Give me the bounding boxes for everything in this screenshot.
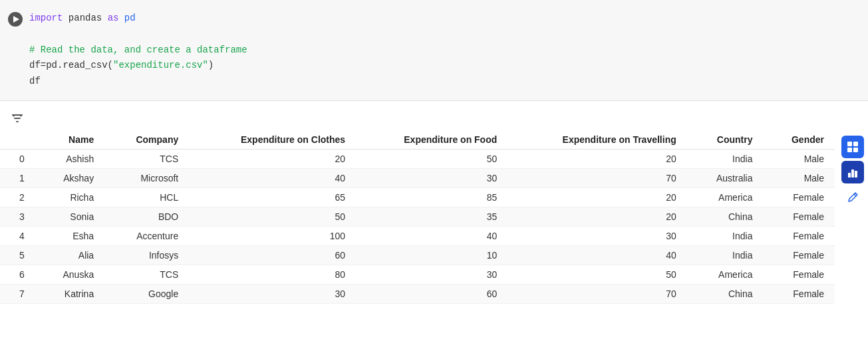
cell-index: 0 bbox=[0, 149, 35, 168]
cell-gender: Female bbox=[763, 187, 835, 207]
cell-clothes: 20 bbox=[189, 149, 356, 168]
sidebar-icons bbox=[837, 130, 868, 214]
cell-food: 30 bbox=[356, 168, 507, 187]
code-line-comment: # Read the data, and create a dataframe bbox=[29, 43, 247, 58]
svg-rect-0 bbox=[847, 142, 852, 146]
cell-gender: Male bbox=[763, 149, 835, 168]
code-paren-close: ) bbox=[208, 60, 214, 70]
cell-company: Accenture bbox=[104, 226, 189, 245]
cell-food: 35 bbox=[356, 207, 507, 226]
table-view-button[interactable] bbox=[841, 136, 864, 158]
cell-index: 5 bbox=[0, 245, 35, 265]
cell-name: Ashish bbox=[35, 149, 104, 168]
cell-travel: 30 bbox=[507, 226, 686, 245]
dataframe-table-container: Name Company Expenditure on Clothes Expe… bbox=[0, 130, 835, 304]
table-row: 6 Anuska TCS 80 30 50 America Female bbox=[0, 265, 835, 284]
code-plain: pandas bbox=[69, 13, 108, 23]
cell-name: Anuska bbox=[35, 265, 104, 284]
cell-index: 2 bbox=[0, 187, 35, 207]
cell-clothes: 60 bbox=[189, 245, 356, 265]
cell-gender: Female bbox=[763, 284, 835, 303]
cell-country: Australia bbox=[687, 168, 764, 187]
chart-view-button[interactable] bbox=[841, 161, 864, 183]
cell-clothes: 100 bbox=[189, 226, 356, 245]
code-line-df: df bbox=[29, 74, 247, 90]
cell-country: India bbox=[687, 226, 764, 245]
code-line-read-csv: df=pd.read_csv("expenditure.csv") bbox=[29, 58, 247, 74]
keyword-as: as bbox=[108, 13, 119, 23]
comment-text: # Read the data, and create a dataframe bbox=[29, 45, 247, 55]
col-header-country: Country bbox=[687, 130, 764, 150]
svg-rect-1 bbox=[853, 142, 858, 146]
cell-travel: 50 bbox=[507, 265, 686, 284]
col-header-index bbox=[0, 130, 35, 150]
cell-company: TCS bbox=[104, 149, 189, 168]
table-row: 5 Alia Infosys 60 10 40 India Female bbox=[0, 245, 835, 265]
cell-clothes: 65 bbox=[189, 187, 356, 207]
filter-icon-button[interactable] bbox=[8, 109, 27, 128]
dataframe-table: Name Company Expenditure on Clothes Expe… bbox=[0, 130, 835, 304]
cell-company: Microsoft bbox=[104, 168, 189, 187]
col-header-gender: Gender bbox=[763, 130, 835, 150]
cell-food: 30 bbox=[356, 265, 507, 284]
table-row: 7 Katrina Google 30 60 70 China Female bbox=[0, 284, 835, 303]
col-header-company: Company bbox=[104, 130, 189, 150]
cell-gender: Female bbox=[763, 207, 835, 226]
col-header-travel: Expenditure on Travelling bbox=[507, 130, 686, 150]
output-area: Name Company Expenditure on Clothes Expe… bbox=[0, 101, 868, 309]
cell-index: 3 bbox=[0, 207, 35, 226]
cell-gender: Female bbox=[763, 226, 835, 245]
cell-food: 10 bbox=[356, 245, 507, 265]
cell-company: Infosys bbox=[104, 245, 189, 265]
cell-gender: Female bbox=[763, 265, 835, 284]
cell-name: Alia bbox=[35, 245, 104, 265]
table-row: 2 Richa HCL 65 85 20 America Female bbox=[0, 187, 835, 207]
dataframe-wrapper: Name Company Expenditure on Clothes Expe… bbox=[0, 130, 868, 304]
cell-name: Akshay bbox=[35, 168, 104, 187]
cell-company: HCL bbox=[104, 187, 189, 207]
cell-gender: Male bbox=[763, 168, 835, 187]
toolbar-row bbox=[0, 106, 868, 130]
cell-country: India bbox=[687, 149, 764, 168]
cell-country: America bbox=[687, 187, 764, 207]
cell-travel: 70 bbox=[507, 284, 686, 303]
cell-clothes: 40 bbox=[189, 168, 356, 187]
svg-rect-4 bbox=[848, 173, 851, 177]
code-alias: pd bbox=[124, 13, 136, 23]
cell-index: 1 bbox=[0, 168, 35, 187]
col-header-name: Name bbox=[35, 130, 104, 150]
pencil-icon bbox=[846, 191, 859, 204]
cell-gender: Female bbox=[763, 245, 835, 265]
cell-index: 4 bbox=[0, 226, 35, 245]
cell-name: Richa bbox=[35, 187, 104, 207]
cell-travel: 70 bbox=[507, 168, 686, 187]
run-button[interactable] bbox=[8, 12, 23, 27]
table-row: 4 Esha Accenture 100 40 30 India Female bbox=[0, 226, 835, 245]
cell-country: China bbox=[687, 284, 764, 303]
col-header-food: Expenditure on Food bbox=[356, 130, 507, 150]
code-cell: import pandas as pd # Read the data, and… bbox=[0, 0, 868, 101]
table-header-row: Name Company Expenditure on Clothes Expe… bbox=[0, 130, 835, 150]
svg-rect-6 bbox=[855, 171, 857, 177]
cell-name: Sonia bbox=[35, 207, 104, 226]
cell-clothes: 80 bbox=[189, 265, 356, 284]
cell-name: Katrina bbox=[35, 284, 104, 303]
table-row: 1 Akshay Microsoft 40 30 70 Australia Ma… bbox=[0, 168, 835, 187]
svg-rect-2 bbox=[847, 148, 852, 152]
cell-travel: 20 bbox=[507, 207, 686, 226]
cell-name: Esha bbox=[35, 226, 104, 245]
filter-icon bbox=[11, 112, 24, 125]
cell-clothes: 50 bbox=[189, 207, 356, 226]
cell-company: Google bbox=[104, 284, 189, 303]
cell-food: 40 bbox=[356, 226, 507, 245]
cell-index: 7 bbox=[0, 284, 35, 303]
cell-company: BDO bbox=[104, 207, 189, 226]
keyword-import: import bbox=[29, 13, 63, 23]
col-header-clothes: Expenditure on Clothes bbox=[189, 130, 356, 150]
svg-rect-5 bbox=[851, 170, 854, 177]
cell-food: 50 bbox=[356, 149, 507, 168]
code-df-assign: df=pd.read_csv( bbox=[29, 60, 113, 70]
cell-country: America bbox=[687, 265, 764, 284]
edit-button[interactable] bbox=[841, 186, 864, 209]
cell-clothes: 30 bbox=[189, 284, 356, 303]
